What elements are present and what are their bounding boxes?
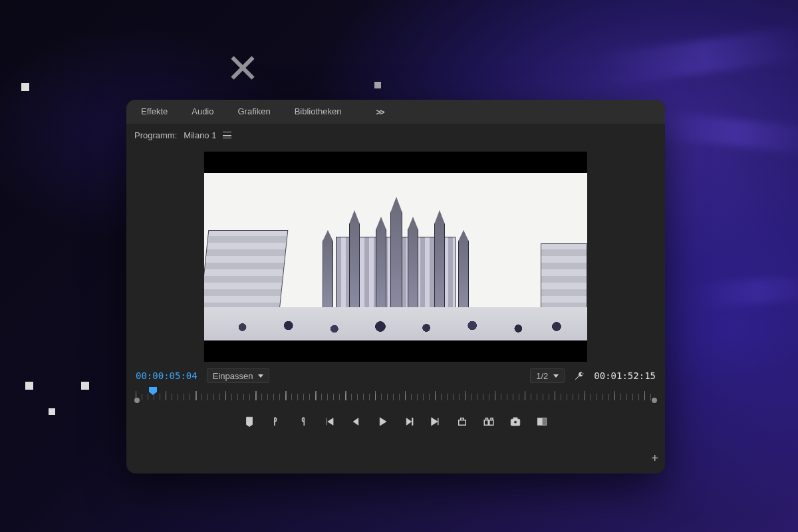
comparison-view-button[interactable]: [536, 416, 548, 428]
tab-graphics[interactable]: Grafiken: [228, 100, 279, 124]
sequence-name: Milano 1: [184, 130, 216, 140]
svg-rect-7: [537, 418, 542, 426]
resolution-label: 1/2: [536, 371, 548, 381]
current-timecode[interactable]: 00:00:05:04: [136, 370, 198, 381]
decor-dot: [374, 82, 381, 88]
extract-button[interactable]: [483, 416, 495, 428]
mark-in-button[interactable]: [270, 416, 282, 428]
goto-out-button[interactable]: [430, 416, 442, 428]
decor-dot: [21, 83, 29, 91]
step-back-button[interactable]: [350, 416, 362, 428]
panel-menu-icon[interactable]: [223, 132, 231, 138]
svg-rect-0: [412, 418, 414, 426]
zoom-fit-label: Einpassen: [213, 371, 253, 381]
panel-title-row: Programm: Milano 1: [126, 124, 665, 146]
tab-audio[interactable]: Audio: [182, 100, 223, 124]
transport-bar: [126, 407, 665, 436]
add-marker-button[interactable]: [243, 416, 255, 428]
svg-rect-2: [484, 420, 488, 426]
program-label: Programm:: [134, 130, 177, 140]
video-frame: [204, 173, 587, 340]
button-editor-plus[interactable]: +: [651, 452, 658, 466]
range-start-handle[interactable]: [134, 398, 140, 403]
workspace-tabbar: Effekte Audio Grafiken Bibliotheken >>: [126, 100, 665, 124]
resolution-dropdown[interactable]: 1/2: [530, 368, 565, 383]
tab-overflow-button[interactable]: >>: [369, 107, 390, 117]
close-icon: [226, 52, 258, 84]
svg-rect-6: [513, 418, 517, 420]
export-frame-button[interactable]: [509, 416, 521, 428]
svg-rect-3: [489, 420, 493, 426]
chevron-down-icon: [553, 374, 559, 378]
decor-dot: [49, 408, 55, 415]
goto-in-button[interactable]: [323, 416, 335, 428]
tab-effects[interactable]: Effekte: [132, 100, 177, 124]
program-monitor-panel: Effekte Audio Grafiken Bibliotheken >> P…: [126, 100, 665, 473]
tab-libraries[interactable]: Bibliotheken: [285, 100, 351, 124]
lift-button[interactable]: [456, 416, 468, 428]
decor-dot: [25, 382, 33, 390]
mark-out-button[interactable]: [297, 416, 309, 428]
viewer-controls-row: 00:00:05:04 Einpassen 1/2 00:01:52:15: [126, 362, 665, 383]
chevron-down-icon: [258, 374, 263, 378]
step-forward-button[interactable]: [403, 416, 415, 428]
range-end-handle[interactable]: [652, 398, 657, 403]
video-viewer[interactable]: [204, 152, 587, 362]
svg-rect-1: [459, 420, 466, 426]
duration-timecode: 00:01:52:15: [594, 370, 656, 381]
zoom-fit-dropdown[interactable]: Einpassen: [207, 368, 270, 383]
time-ruler[interactable]: [136, 388, 656, 406]
decor-dot: [81, 382, 89, 390]
settings-wrench-icon[interactable]: [574, 370, 585, 381]
play-button[interactable]: [376, 416, 388, 428]
svg-rect-8: [542, 418, 547, 426]
svg-point-5: [514, 421, 517, 424]
